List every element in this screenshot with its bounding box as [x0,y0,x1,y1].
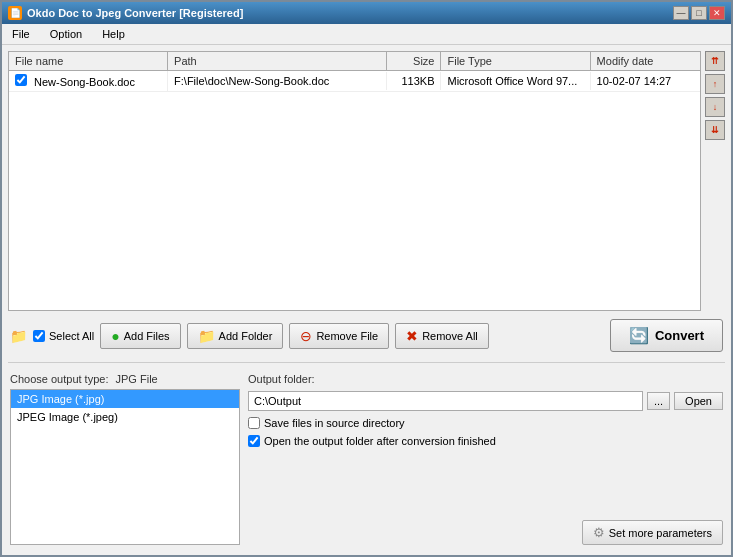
file-row-checkbox[interactable] [15,74,27,86]
output-type-item-jpg[interactable]: JPG Image (*.jpg) [11,390,239,408]
minimize-button[interactable]: — [673,6,689,20]
move-down-button[interactable]: ↓ [705,97,725,117]
remove-all-button[interactable]: ✖ Remove All [395,323,489,349]
output-type-current: JPG File [116,373,158,385]
remove-file-label: Remove File [316,330,378,342]
col-header-name[interactable]: File name [9,52,168,70]
add-folder-icon: 📁 [198,328,215,344]
toolbar-row-left: 📁 Select All ● Add Files 📁 Add Folder ⊖ … [10,323,489,349]
select-all-label: Select All [49,330,94,342]
select-all-area: Select All [33,330,94,342]
menu-file[interactable]: File [6,26,36,42]
maximize-button[interactable]: □ [691,6,707,20]
move-bottom-button[interactable]: ⇊ [705,120,725,140]
set-params-button[interactable]: ⚙ Set more parameters [582,520,723,545]
open-after-checkbox[interactable] [248,435,260,447]
col-header-type[interactable]: File Type [441,52,590,70]
window-title: Okdo Doc to Jpeg Converter [Registered] [27,7,243,19]
save-in-source-row: Save files in source directory [248,417,723,429]
menu-help[interactable]: Help [96,26,131,42]
save-in-source-checkbox[interactable] [248,417,260,429]
folder-input-row: ... Open [248,391,723,411]
folder-nav-icon: 📁 [10,328,27,344]
move-up-button[interactable]: ↑ [705,74,725,94]
open-after-row: Open the output folder after conversion … [248,435,723,447]
remove-file-icon: ⊖ [300,328,312,344]
app-icon: 📄 [8,6,22,20]
col-header-path[interactable]: Path [168,52,387,70]
output-folder-section: Output folder: ... Open Save files in so… [248,373,723,545]
menubar: File Option Help [2,24,731,45]
file-table-header: File name Path Size File Type Modify dat… [9,52,700,71]
toolbar-row: 📁 Select All ● Add Files 📁 Add Folder ⊖ … [8,315,725,356]
open-after-label: Open the output folder after conversion … [264,435,496,447]
menu-option[interactable]: Option [44,26,88,42]
add-folder-button[interactable]: 📁 Add Folder [187,323,284,349]
convert-button[interactable]: 🔄 Convert [610,319,723,352]
output-folder-input[interactable] [248,391,643,411]
save-in-source-label: Save files in source directory [264,417,405,429]
file-cell-size: 113KB [387,72,442,90]
file-table-body: New-Song-Book.doc F:\File\doc\New-Song-B… [9,71,700,310]
select-all-checkbox[interactable] [33,330,45,342]
convert-label: Convert [655,328,704,343]
set-params-label: Set more parameters [609,527,712,539]
file-cell-type: Microsoft Office Word 97... [441,72,590,90]
col-header-size[interactable]: Size [387,52,442,70]
convert-icon: 🔄 [629,326,649,345]
section-divider [8,362,725,363]
add-folder-label: Add Folder [219,330,273,342]
remove-all-label: Remove All [422,330,478,342]
titlebar: 📄 Okdo Doc to Jpeg Converter [Registered… [2,2,731,24]
output-folder-label: Output folder: [248,373,723,385]
file-list-section: File name Path Size File Type Modify dat… [8,51,725,311]
table-row: New-Song-Book.doc F:\File\doc\New-Song-B… [9,71,700,92]
add-files-label: Add Files [124,330,170,342]
side-buttons: ⇈ ↑ ↓ ⇊ [705,51,725,311]
file-cell-path: F:\File\doc\New-Song-Book.doc [168,72,387,90]
col-header-date[interactable]: Modify date [591,52,700,70]
browse-folder-button[interactable]: ... [647,392,670,410]
add-files-button[interactable]: ● Add Files [100,323,180,349]
open-folder-button[interactable]: Open [674,392,723,410]
titlebar-controls: — □ ✕ [673,6,725,20]
file-table-container: File name Path Size File Type Modify dat… [8,51,701,311]
gear-icon: ⚙ [593,525,605,540]
add-files-icon: ● [111,328,119,344]
file-cell-name: New-Song-Book.doc [9,71,168,91]
output-type-label: Choose output type: JPG File [10,373,240,385]
output-type-list: JPG Image (*.jpg) JPEG Image (*.jpeg) [10,389,240,545]
output-type-item-jpeg[interactable]: JPEG Image (*.jpeg) [11,408,239,426]
close-button[interactable]: ✕ [709,6,725,20]
titlebar-left: 📄 Okdo Doc to Jpeg Converter [Registered… [8,6,243,20]
output-type-section: Choose output type: JPG File JPG Image (… [10,373,240,545]
file-cell-date: 10-02-07 14:27 [591,72,700,90]
file-name-text: New-Song-Book.doc [34,76,135,88]
main-content: File name Path Size File Type Modify dat… [2,45,731,555]
move-top-button[interactable]: ⇈ [705,51,725,71]
remove-file-button[interactable]: ⊖ Remove File [289,323,389,349]
main-window: 📄 Okdo Doc to Jpeg Converter [Registered… [0,0,733,557]
remove-all-icon: ✖ [406,328,418,344]
bottom-section: Choose output type: JPG File JPG Image (… [8,369,725,549]
